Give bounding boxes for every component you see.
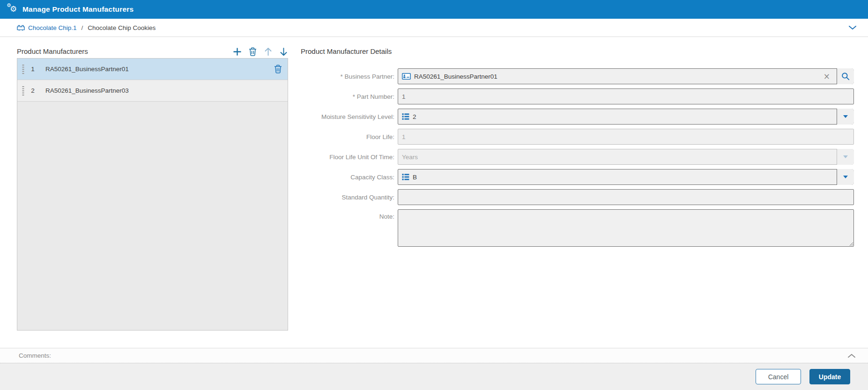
breadcrumb-link[interactable]: Chocolate Chip.1 — [28, 24, 77, 31]
form-row-floor-life: Floor Life: 1 — [301, 129, 854, 145]
note-field[interactable] — [398, 209, 854, 247]
grip-dots-icon[interactable] — [22, 64, 25, 74]
floor-life-unit-dropdown-button — [837, 149, 854, 165]
move-down-button[interactable] — [279, 47, 288, 56]
moisture-sensitivity-label: Moisture Sensitivity Level: — [301, 113, 398, 120]
form-row-business-partner: * Business Partner: RA50261_BusinessPart… — [301, 68, 854, 84]
business-partner-field[interactable]: RA50261_BusinessPartner01 × — [398, 68, 854, 84]
floor-life-unit-value: Years — [402, 154, 418, 161]
moisture-sensitivity-field[interactable]: 2 — [398, 109, 854, 125]
moisture-sensitivity-dropdown-button[interactable] — [837, 109, 854, 125]
details-panel-title: Product Manufacturer Details — [301, 47, 392, 55]
add-button[interactable] — [232, 47, 242, 56]
manufacturers-toolbar — [232, 46, 288, 57]
grip-dots-icon[interactable] — [22, 86, 25, 96]
id-card-icon — [402, 73, 411, 80]
capacity-class-value: B — [413, 174, 417, 181]
list-item[interactable]: 1 RA50261_BusinessPartner01 — [17, 59, 288, 80]
moisture-sensitivity-value: 2 — [413, 113, 416, 120]
list-item-name: RA50261_BusinessPartner03 — [45, 87, 129, 94]
caret-down-icon — [843, 176, 848, 178]
form-row-note: Note: — [301, 209, 854, 247]
floor-life-unit-label: Floor Life Unit Of Time: — [301, 154, 398, 161]
window-titlebar: ⚙ ⚙ Manage Product Manufacturers — [0, 0, 868, 19]
form-row-floor-life-unit: Floor Life Unit Of Time: Years — [301, 149, 854, 165]
list-item[interactable]: 2 RA50261_BusinessPartner03 — [17, 80, 288, 102]
comments-bar: Comments: — [0, 348, 868, 363]
search-button[interactable] — [837, 68, 854, 84]
part-number-value: 1 — [402, 93, 406, 100]
trash-icon[interactable] — [273, 64, 283, 74]
floor-life-label: Floor Life: — [301, 133, 398, 140]
form-row-capacity-class: Capacity Class: B — [301, 169, 854, 185]
breadcrumb-separator: / — [82, 24, 83, 31]
breadcrumb-bar: Chocolate Chip.1 / Chocolate Chip Cookie… — [0, 19, 868, 37]
enum-list-icon — [402, 113, 409, 120]
chevron-down-icon[interactable] — [846, 23, 859, 32]
caret-down-icon — [843, 155, 848, 158]
window-title: Manage Product Manufacturers — [22, 5, 134, 14]
list-item-name: RA50261_BusinessPartner01 — [45, 66, 129, 73]
business-partner-label: * Business Partner: — [301, 73, 398, 80]
capacity-class-label: Capacity Class: — [301, 174, 398, 181]
caret-down-icon — [843, 115, 848, 118]
note-label: Note: — [301, 213, 398, 220]
list-item-index: 1 — [27, 66, 39, 73]
capacity-class-field[interactable]: B — [398, 169, 854, 185]
standard-quantity-field[interactable] — [398, 189, 854, 205]
capacity-class-dropdown-button[interactable] — [837, 169, 854, 185]
form-row-part-number: * Part Number: 1 — [301, 88, 854, 104]
update-button[interactable]: Update — [809, 369, 850, 384]
standard-quantity-label: Standard Quantity: — [301, 194, 398, 201]
cancel-button[interactable]: Cancel — [756, 369, 801, 384]
part-icon — [17, 24, 25, 31]
enum-list-icon — [402, 173, 409, 181]
manufacturers-list: 1 RA50261_BusinessPartner01 2 RA50261_Bu… — [17, 58, 288, 331]
magnifier-icon — [841, 72, 850, 81]
list-item-index: 2 — [27, 87, 39, 94]
footer-bar: Cancel Update — [0, 363, 868, 390]
manufacturers-panel-title: Product Manufacturers — [17, 47, 88, 55]
floor-life-value: 1 — [402, 133, 406, 140]
breadcrumb-current: Chocolate Chip Cookies — [88, 24, 156, 31]
form-row-standard-quantity: Standard Quantity: — [301, 189, 854, 205]
gears-icon: ⚙ ⚙ — [7, 3, 19, 15]
comments-label: Comments: — [19, 352, 51, 359]
move-up-button[interactable] — [263, 47, 273, 56]
delete-button[interactable] — [248, 47, 257, 56]
floor-life-unit-field: Years — [398, 149, 854, 165]
chevron-up-icon[interactable] — [846, 352, 858, 360]
form-row-moisture-sensitivity: Moisture Sensitivity Level: 2 — [301, 109, 854, 125]
floor-life-field: 1 — [398, 129, 854, 145]
part-number-label: * Part Number: — [301, 93, 398, 100]
part-number-field[interactable]: 1 — [398, 88, 854, 104]
x-icon[interactable]: × — [823, 73, 830, 81]
business-partner-value: RA50261_BusinessPartner01 — [414, 73, 497, 80]
